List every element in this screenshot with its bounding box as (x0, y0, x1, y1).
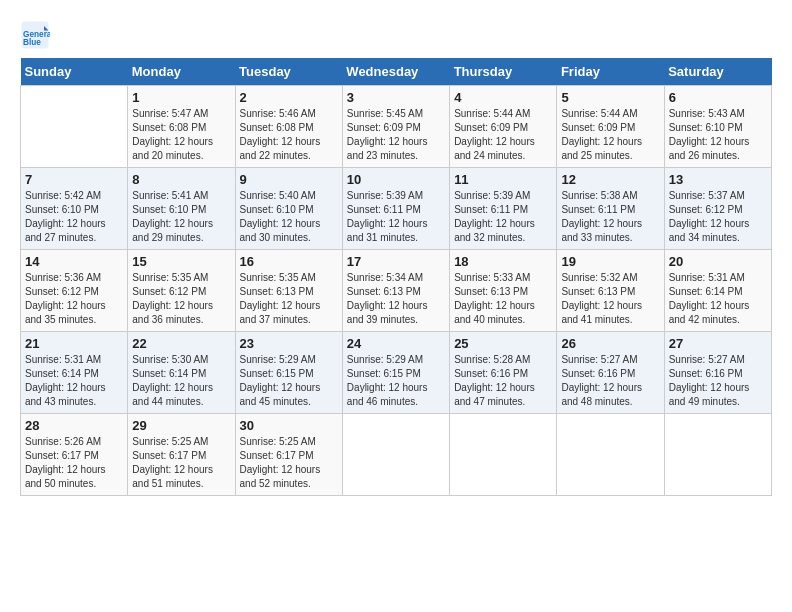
day-number: 25 (454, 336, 552, 351)
calendar-cell: 24Sunrise: 5:29 AM Sunset: 6:15 PM Dayli… (342, 332, 449, 414)
calendar-week-row: 14Sunrise: 5:36 AM Sunset: 6:12 PM Dayli… (21, 250, 772, 332)
calendar-cell: 21Sunrise: 5:31 AM Sunset: 6:14 PM Dayli… (21, 332, 128, 414)
day-info-text: Sunrise: 5:42 AM Sunset: 6:10 PM Dayligh… (25, 189, 123, 245)
day-number: 29 (132, 418, 230, 433)
calendar-cell: 15Sunrise: 5:35 AM Sunset: 6:12 PM Dayli… (128, 250, 235, 332)
calendar-cell: 25Sunrise: 5:28 AM Sunset: 6:16 PM Dayli… (450, 332, 557, 414)
day-info-text: Sunrise: 5:37 AM Sunset: 6:12 PM Dayligh… (669, 189, 767, 245)
calendar-week-row: 7Sunrise: 5:42 AM Sunset: 6:10 PM Daylig… (21, 168, 772, 250)
day-number: 14 (25, 254, 123, 269)
calendar-cell: 14Sunrise: 5:36 AM Sunset: 6:12 PM Dayli… (21, 250, 128, 332)
day-info-text: Sunrise: 5:41 AM Sunset: 6:10 PM Dayligh… (132, 189, 230, 245)
day-number: 6 (669, 90, 767, 105)
day-number: 3 (347, 90, 445, 105)
day-number: 1 (132, 90, 230, 105)
day-info-text: Sunrise: 5:26 AM Sunset: 6:17 PM Dayligh… (25, 435, 123, 491)
day-number: 11 (454, 172, 552, 187)
day-of-week-header: Wednesday (342, 58, 449, 86)
calendar-cell: 6Sunrise: 5:43 AM Sunset: 6:10 PM Daylig… (664, 86, 771, 168)
calendar-cell: 13Sunrise: 5:37 AM Sunset: 6:12 PM Dayli… (664, 168, 771, 250)
calendar-cell: 29Sunrise: 5:25 AM Sunset: 6:17 PM Dayli… (128, 414, 235, 496)
day-info-text: Sunrise: 5:43 AM Sunset: 6:10 PM Dayligh… (669, 107, 767, 163)
calendar-cell: 16Sunrise: 5:35 AM Sunset: 6:13 PM Dayli… (235, 250, 342, 332)
calendar-cell (664, 414, 771, 496)
day-info-text: Sunrise: 5:25 AM Sunset: 6:17 PM Dayligh… (132, 435, 230, 491)
calendar-cell: 19Sunrise: 5:32 AM Sunset: 6:13 PM Dayli… (557, 250, 664, 332)
day-number: 27 (669, 336, 767, 351)
calendar-cell (557, 414, 664, 496)
calendar-cell: 27Sunrise: 5:27 AM Sunset: 6:16 PM Dayli… (664, 332, 771, 414)
calendar-cell: 30Sunrise: 5:25 AM Sunset: 6:17 PM Dayli… (235, 414, 342, 496)
day-of-week-header: Saturday (664, 58, 771, 86)
day-info-text: Sunrise: 5:44 AM Sunset: 6:09 PM Dayligh… (561, 107, 659, 163)
calendar-week-row: 21Sunrise: 5:31 AM Sunset: 6:14 PM Dayli… (21, 332, 772, 414)
day-info-text: Sunrise: 5:35 AM Sunset: 6:13 PM Dayligh… (240, 271, 338, 327)
day-number: 28 (25, 418, 123, 433)
day-info-text: Sunrise: 5:45 AM Sunset: 6:09 PM Dayligh… (347, 107, 445, 163)
day-number: 4 (454, 90, 552, 105)
day-of-week-header: Monday (128, 58, 235, 86)
day-info-text: Sunrise: 5:35 AM Sunset: 6:12 PM Dayligh… (132, 271, 230, 327)
day-number: 30 (240, 418, 338, 433)
calendar-header-row: SundayMondayTuesdayWednesdayThursdayFrid… (21, 58, 772, 86)
day-info-text: Sunrise: 5:31 AM Sunset: 6:14 PM Dayligh… (25, 353, 123, 409)
calendar-cell: 9Sunrise: 5:40 AM Sunset: 6:10 PM Daylig… (235, 168, 342, 250)
day-info-text: Sunrise: 5:29 AM Sunset: 6:15 PM Dayligh… (240, 353, 338, 409)
calendar-cell (21, 86, 128, 168)
day-of-week-header: Tuesday (235, 58, 342, 86)
calendar-cell: 11Sunrise: 5:39 AM Sunset: 6:11 PM Dayli… (450, 168, 557, 250)
calendar-cell (450, 414, 557, 496)
day-number: 9 (240, 172, 338, 187)
calendar-cell: 5Sunrise: 5:44 AM Sunset: 6:09 PM Daylig… (557, 86, 664, 168)
day-number: 24 (347, 336, 445, 351)
day-info-text: Sunrise: 5:36 AM Sunset: 6:12 PM Dayligh… (25, 271, 123, 327)
svg-text:Blue: Blue (23, 38, 41, 47)
calendar-cell: 3Sunrise: 5:45 AM Sunset: 6:09 PM Daylig… (342, 86, 449, 168)
day-number: 23 (240, 336, 338, 351)
calendar-cell: 4Sunrise: 5:44 AM Sunset: 6:09 PM Daylig… (450, 86, 557, 168)
day-number: 10 (347, 172, 445, 187)
day-number: 13 (669, 172, 767, 187)
logo: General Blue (20, 20, 54, 50)
day-info-text: Sunrise: 5:32 AM Sunset: 6:13 PM Dayligh… (561, 271, 659, 327)
calendar-cell: 10Sunrise: 5:39 AM Sunset: 6:11 PM Dayli… (342, 168, 449, 250)
day-number: 26 (561, 336, 659, 351)
calendar-week-row: 28Sunrise: 5:26 AM Sunset: 6:17 PM Dayli… (21, 414, 772, 496)
calendar-cell: 26Sunrise: 5:27 AM Sunset: 6:16 PM Dayli… (557, 332, 664, 414)
day-number: 8 (132, 172, 230, 187)
day-number: 17 (347, 254, 445, 269)
day-of-week-header: Sunday (21, 58, 128, 86)
day-number: 16 (240, 254, 338, 269)
day-info-text: Sunrise: 5:27 AM Sunset: 6:16 PM Dayligh… (669, 353, 767, 409)
calendar-table: SundayMondayTuesdayWednesdayThursdayFrid… (20, 58, 772, 496)
calendar-cell: 1Sunrise: 5:47 AM Sunset: 6:08 PM Daylig… (128, 86, 235, 168)
day-number: 22 (132, 336, 230, 351)
page-header: General Blue (20, 20, 772, 50)
calendar-week-row: 1Sunrise: 5:47 AM Sunset: 6:08 PM Daylig… (21, 86, 772, 168)
day-info-text: Sunrise: 5:44 AM Sunset: 6:09 PM Dayligh… (454, 107, 552, 163)
day-number: 15 (132, 254, 230, 269)
calendar-cell: 12Sunrise: 5:38 AM Sunset: 6:11 PM Dayli… (557, 168, 664, 250)
day-info-text: Sunrise: 5:30 AM Sunset: 6:14 PM Dayligh… (132, 353, 230, 409)
day-number: 2 (240, 90, 338, 105)
day-number: 20 (669, 254, 767, 269)
day-of-week-header: Friday (557, 58, 664, 86)
day-info-text: Sunrise: 5:39 AM Sunset: 6:11 PM Dayligh… (454, 189, 552, 245)
day-info-text: Sunrise: 5:31 AM Sunset: 6:14 PM Dayligh… (669, 271, 767, 327)
day-info-text: Sunrise: 5:25 AM Sunset: 6:17 PM Dayligh… (240, 435, 338, 491)
day-info-text: Sunrise: 5:39 AM Sunset: 6:11 PM Dayligh… (347, 189, 445, 245)
day-number: 19 (561, 254, 659, 269)
day-number: 21 (25, 336, 123, 351)
day-info-text: Sunrise: 5:46 AM Sunset: 6:08 PM Dayligh… (240, 107, 338, 163)
day-info-text: Sunrise: 5:34 AM Sunset: 6:13 PM Dayligh… (347, 271, 445, 327)
calendar-cell: 22Sunrise: 5:30 AM Sunset: 6:14 PM Dayli… (128, 332, 235, 414)
calendar-cell: 2Sunrise: 5:46 AM Sunset: 6:08 PM Daylig… (235, 86, 342, 168)
day-info-text: Sunrise: 5:28 AM Sunset: 6:16 PM Dayligh… (454, 353, 552, 409)
day-info-text: Sunrise: 5:27 AM Sunset: 6:16 PM Dayligh… (561, 353, 659, 409)
day-info-text: Sunrise: 5:40 AM Sunset: 6:10 PM Dayligh… (240, 189, 338, 245)
calendar-cell: 17Sunrise: 5:34 AM Sunset: 6:13 PM Dayli… (342, 250, 449, 332)
logo-icon: General Blue (20, 20, 50, 50)
day-info-text: Sunrise: 5:29 AM Sunset: 6:15 PM Dayligh… (347, 353, 445, 409)
calendar-cell: 18Sunrise: 5:33 AM Sunset: 6:13 PM Dayli… (450, 250, 557, 332)
calendar-cell: 20Sunrise: 5:31 AM Sunset: 6:14 PM Dayli… (664, 250, 771, 332)
